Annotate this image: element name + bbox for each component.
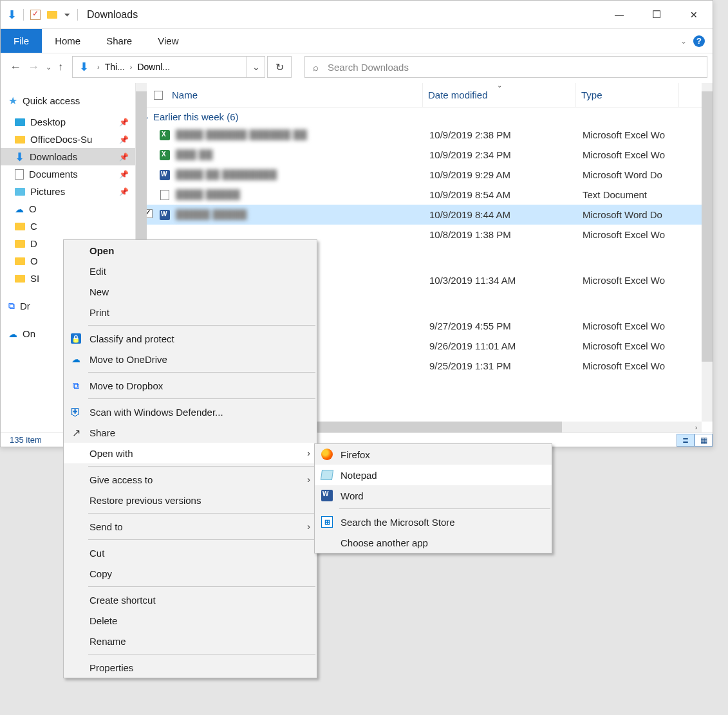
openwith-word[interactable]: Word bbox=[315, 485, 552, 506]
qat-dropdown-icon[interactable]: ⏷ bbox=[64, 11, 71, 19]
ctx-open[interactable]: Open bbox=[64, 240, 317, 261]
ctx-move-onedrive[interactable]: ☁Move to OneDrive bbox=[64, 349, 317, 369]
address-dropdown[interactable]: ⌄ bbox=[247, 57, 265, 77]
chevron-right-icon: › bbox=[307, 521, 310, 532]
file-row[interactable]: ✓█████ █████10/9/2019 8:44 AMMicrosoft W… bbox=[136, 205, 713, 225]
maximize-button[interactable]: ☐ bbox=[638, 2, 675, 28]
pin-icon: 📌 bbox=[119, 135, 129, 144]
onedrive-icon: ☁ bbox=[69, 354, 83, 364]
file-row[interactable]: ████ ██ ████████10/9/2019 9:29 AMMicroso… bbox=[136, 165, 713, 185]
bc-caret-icon[interactable]: › bbox=[95, 63, 102, 71]
ctx-copy[interactable]: Copy bbox=[64, 563, 317, 584]
pictures-icon bbox=[15, 188, 25, 196]
ctx-properties[interactable]: Properties bbox=[64, 657, 317, 678]
minimize-button[interactable]: — bbox=[601, 2, 638, 28]
tree-item[interactable]: C bbox=[1, 218, 135, 235]
address-bar[interactable]: ⬇ › Thi... › Downl... ⌄ bbox=[72, 56, 265, 78]
help-button[interactable]: ? bbox=[693, 35, 705, 47]
openwith-notepad[interactable]: Notepad bbox=[315, 465, 552, 485]
nav-back-button[interactable]: ← bbox=[10, 60, 21, 74]
qat-folder-icon[interactable] bbox=[47, 11, 57, 19]
qat-separator bbox=[23, 9, 24, 21]
column-headers: Name ⌄Date modified Type bbox=[136, 83, 713, 107]
tab-file[interactable]: File bbox=[1, 29, 42, 53]
close-button[interactable]: ✕ bbox=[675, 2, 713, 28]
sort-indicator-icon: ⌄ bbox=[497, 83, 502, 89]
tab-home[interactable]: Home bbox=[42, 29, 93, 53]
column-type[interactable]: Type bbox=[576, 83, 679, 107]
column-date[interactable]: ⌄Date modified bbox=[423, 83, 576, 107]
ctx-move-dropbox[interactable]: ⧉Move to Dropbox bbox=[64, 375, 317, 396]
ctx-new[interactable]: New bbox=[64, 281, 317, 302]
ctx-share[interactable]: ↗Share bbox=[64, 422, 317, 443]
pin-icon: 📌 bbox=[119, 170, 129, 179]
ctx-create-shortcut[interactable]: Create shortcut bbox=[64, 590, 317, 610]
scroll-right-icon[interactable]: › bbox=[691, 422, 702, 432]
nav-forward-button[interactable]: → bbox=[28, 60, 39, 74]
desktop-icon bbox=[15, 118, 25, 126]
lock-icon bbox=[71, 333, 81, 344]
column-name[interactable]: Name bbox=[136, 83, 423, 107]
open-with-submenu: Firefox Notepad Word ⊞Search the Microso… bbox=[314, 443, 552, 553]
folder-icon bbox=[15, 240, 25, 248]
openwith-firefox[interactable]: Firefox bbox=[315, 444, 552, 465]
nav-row: ← → ⌄ ↑ ⬇ › Thi... › Downl... ⌄ ↻ ⌕ Sear… bbox=[1, 53, 713, 80]
title-separator bbox=[77, 9, 78, 21]
pin-icon: 📌 bbox=[119, 118, 129, 127]
search-placeholder: Search Downloads bbox=[328, 62, 409, 73]
tree-documents[interactable]: Documents📌 bbox=[1, 165, 135, 183]
bc-caret-icon[interactable]: › bbox=[127, 63, 135, 71]
scrollbar-thumb[interactable] bbox=[702, 91, 713, 362]
view-details-button[interactable]: ≣ bbox=[677, 434, 695, 447]
scrollbar-thumb[interactable] bbox=[136, 91, 147, 239]
ctx-print[interactable]: Print bbox=[64, 302, 317, 322]
chevron-right-icon: › bbox=[307, 474, 310, 485]
ctx-classify[interactable]: Classify and protect bbox=[64, 328, 317, 349]
ctx-defender[interactable]: ⛨Scan with Windows Defender... bbox=[64, 402, 317, 422]
search-box[interactable]: ⌕ Search Downloads bbox=[304, 56, 707, 78]
ctx-delete[interactable]: Delete bbox=[64, 610, 317, 631]
ctx-restore[interactable]: Restore previous versions bbox=[64, 490, 317, 510]
ctx-cut[interactable]: Cut bbox=[64, 543, 317, 563]
ctx-give-access[interactable]: Give access to› bbox=[64, 469, 317, 490]
onedrive-icon: ☁ bbox=[15, 204, 24, 214]
tree-officedocs[interactable]: OfficeDocs-Su📌 bbox=[1, 131, 135, 148]
ctx-separator bbox=[88, 372, 315, 373]
breadcrumb-seg-downloads[interactable]: Downl... bbox=[135, 62, 173, 72]
ctx-separator bbox=[88, 513, 315, 514]
tab-view[interactable]: View bbox=[145, 29, 191, 53]
titlebar: ⬇ ✓ ⏷ Downloads — ☐ ✕ bbox=[1, 1, 713, 29]
tree-pictures[interactable]: Pictures📌 bbox=[1, 183, 135, 200]
file-row[interactable]: ████ █████10/9/2019 8:54 AMText Document bbox=[136, 185, 713, 205]
group-header[interactable]: ⌄Earlier this week (6) bbox=[136, 107, 713, 125]
tree-item[interactable]: ☁O bbox=[1, 200, 135, 218]
scrollbar-thumb[interactable] bbox=[304, 422, 562, 432]
openwith-choose[interactable]: Choose another app bbox=[315, 532, 552, 553]
tree-downloads[interactable]: ⬇Downloads📌 bbox=[1, 148, 135, 165]
file-row[interactable]: ████ ██████ ██████ ██10/9/2019 2:38 PMMi… bbox=[136, 125, 713, 145]
view-thumbnails-button[interactable]: ▦ bbox=[695, 434, 713, 447]
tab-share[interactable]: Share bbox=[93, 29, 145, 53]
nav-up-button[interactable]: ↑ bbox=[58, 61, 63, 73]
refresh-button[interactable]: ↻ bbox=[267, 56, 292, 78]
qat-download-icon[interactable]: ⬇ bbox=[7, 9, 17, 21]
qat-properties-icon[interactable]: ✓ bbox=[30, 10, 41, 20]
vertical-scrollbar[interactable] bbox=[702, 83, 713, 422]
ctx-edit[interactable]: Edit bbox=[64, 261, 317, 281]
ctx-separator bbox=[88, 654, 315, 655]
openwith-store[interactable]: ⊞Search the Microsoft Store bbox=[315, 512, 552, 532]
select-all-checkbox[interactable] bbox=[154, 91, 163, 100]
breadcrumb-seg-thispc[interactable]: Thi... bbox=[102, 62, 127, 72]
ctx-send-to[interactable]: Send to› bbox=[64, 516, 317, 537]
ctx-open-with[interactable]: Open with› bbox=[64, 443, 317, 463]
text-icon bbox=[160, 190, 169, 200]
tree-quick-access[interactable]: ★Quick access bbox=[1, 92, 135, 109]
tree-desktop[interactable]: Desktop📌 bbox=[1, 113, 135, 131]
chevron-right-icon: › bbox=[307, 448, 310, 458]
folder-icon bbox=[15, 223, 25, 230]
ribbon-chevron-icon[interactable]: ⌄ bbox=[680, 37, 687, 46]
ctx-rename[interactable]: Rename bbox=[64, 631, 317, 651]
file-row[interactable]: ███ ██10/9/2019 2:34 PMMicrosoft Excel W… bbox=[136, 145, 713, 165]
window-title: Downloads bbox=[87, 9, 138, 21]
nav-history-dropdown[interactable]: ⌄ bbox=[46, 63, 51, 71]
